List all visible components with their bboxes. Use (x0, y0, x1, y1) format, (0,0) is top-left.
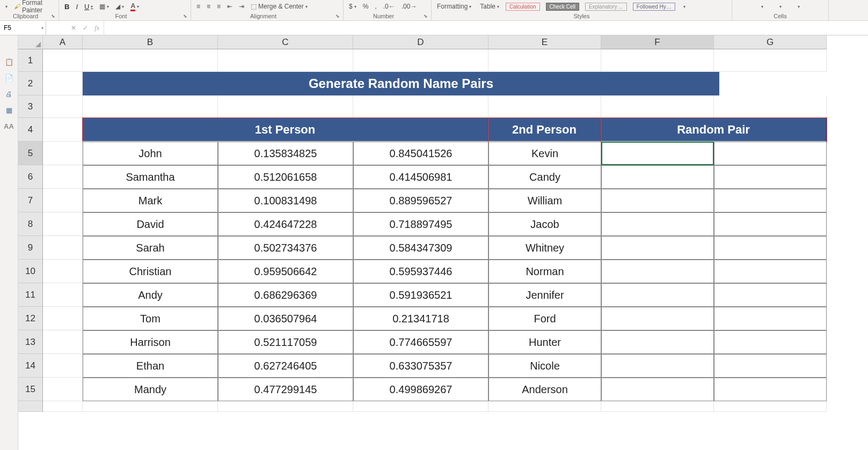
row-header-11[interactable]: 11 (18, 283, 43, 307)
row-header-14[interactable]: 14 (18, 354, 43, 378)
cell-A12[interactable] (43, 307, 83, 330)
cell-G7[interactable] (714, 189, 827, 212)
italic-button[interactable]: I (74, 1, 80, 12)
cell-G15[interactable] (714, 378, 827, 401)
cell-F15[interactable] (601, 378, 714, 401)
cell-F7[interactable] (601, 189, 714, 212)
cell-E16[interactable] (488, 401, 601, 412)
text-style-icon[interactable]: AA (4, 121, 14, 131)
cell-style-check[interactable]: Check Cell (546, 3, 579, 11)
name-box-dropdown-icon[interactable]: ▾ (41, 26, 43, 31)
row-header-10[interactable]: 10 (18, 260, 43, 283)
formula-input[interactable] (104, 21, 868, 35)
clipboard-icon[interactable]: 📋 (4, 57, 14, 67)
cell-A14[interactable] (43, 354, 83, 378)
col-header-C[interactable]: C (218, 35, 353, 49)
cell-C16[interactable] (218, 401, 353, 412)
title-merged-cell[interactable]: Generate Random Name Pairs (83, 72, 719, 95)
row-header-4[interactable]: 4 (18, 118, 43, 142)
number-dialog-launcher[interactable]: ⬊ (424, 12, 428, 20)
increase-decimal-button[interactable]: .0← (381, 1, 397, 12)
cell-F13[interactable] (601, 330, 714, 354)
border-button[interactable]: ▦▾ (97, 1, 111, 12)
cell-A3[interactable] (43, 95, 83, 118)
cell-E1[interactable] (488, 49, 601, 72)
col-header-F[interactable]: F (601, 35, 714, 49)
row-header-7[interactable]: 7 (18, 189, 43, 212)
cell-F5[interactable] (601, 142, 714, 165)
cell-D1[interactable] (353, 49, 488, 72)
format-painter-button[interactable]: 🖌 Format Painter (12, 1, 55, 12)
cell-A10[interactable] (43, 260, 83, 283)
col-header-D[interactable]: D (353, 35, 488, 49)
header-1st-person[interactable]: 1st Person (83, 118, 488, 142)
paste-text-icon[interactable]: 📄 (4, 73, 14, 83)
row-header-5[interactable]: 5 (18, 142, 43, 165)
cell-E12[interactable]: Ford (488, 307, 601, 330)
cell-B16[interactable] (83, 401, 218, 412)
cell-E8[interactable]: Jacob (488, 212, 601, 236)
cell-B3[interactable] (83, 95, 218, 118)
cell-G3[interactable] (714, 95, 827, 118)
paste-link-icon[interactable]: 🖨 (4, 89, 14, 99)
row-header-8[interactable]: 8 (18, 212, 43, 236)
cell-F11[interactable] (601, 283, 714, 307)
cell-D12[interactable]: 0.21341718 (353, 307, 488, 330)
cell-style-explanatory[interactable]: Explanatory ... (585, 3, 627, 11)
cell-G11[interactable] (714, 283, 827, 307)
align-left-button[interactable]: ≡ (194, 1, 202, 12)
clipboard-dialog-launcher[interactable]: ⬊ (51, 12, 55, 20)
cell-A2[interactable] (43, 72, 83, 95)
cell-C1[interactable] (218, 49, 353, 72)
cell-G8[interactable] (714, 212, 827, 236)
cell-F10[interactable] (601, 260, 714, 283)
font-dialog-launcher[interactable]: ⬊ (183, 12, 187, 20)
row-header-9[interactable]: 9 (18, 236, 43, 260)
underline-button[interactable]: U▾ (82, 1, 95, 12)
cell-F1[interactable] (601, 49, 714, 72)
cell-E15[interactable]: Anderson (488, 378, 601, 401)
cell-C3[interactable] (218, 95, 353, 118)
col-header-E[interactable]: E (488, 35, 601, 49)
cell-C9[interactable]: 0.502734376 (218, 236, 353, 260)
row-header-1[interactable]: 1 (18, 49, 43, 72)
cell-G16[interactable] (714, 401, 827, 412)
row-header-2[interactable]: 2 (18, 72, 43, 95)
cell-D6[interactable]: 0.414506981 (353, 165, 488, 189)
cell-C15[interactable]: 0.477299145 (218, 378, 353, 401)
header-random-pair[interactable]: Random Pair (601, 118, 827, 142)
col-header-B[interactable]: B (83, 35, 218, 49)
cell-B7[interactable]: Mark (83, 189, 218, 212)
row-header-15[interactable]: 15 (18, 378, 43, 401)
col-header-G[interactable]: G (714, 35, 827, 49)
cell-A4[interactable] (43, 118, 83, 142)
cell-G1[interactable] (714, 49, 827, 72)
cell-A1[interactable] (43, 49, 83, 72)
cell-B12[interactable]: Tom (83, 307, 218, 330)
fill-color-button[interactable]: ◢▾ (113, 1, 126, 12)
cell-D3[interactable] (353, 95, 488, 118)
cell-E11[interactable]: Jennifer (488, 283, 601, 307)
cell-A7[interactable] (43, 189, 83, 212)
row-header-16[interactable] (18, 401, 43, 412)
cell-D7[interactable]: 0.889596527 (353, 189, 488, 212)
delete-button[interactable]: ▾ (777, 1, 784, 12)
row-header-3[interactable]: 3 (18, 95, 43, 118)
cell-C14[interactable]: 0.627246405 (218, 354, 353, 378)
cell-D15[interactable]: 0.499869267 (353, 378, 488, 401)
col-header-A[interactable]: A (43, 35, 83, 49)
cell-D14[interactable]: 0.633075357 (353, 354, 488, 378)
cell-style-followed[interactable]: Followed Hy… (633, 3, 675, 11)
cell-C10[interactable]: 0.959506642 (218, 260, 353, 283)
cell-C11[interactable]: 0.686296369 (218, 283, 353, 307)
indent-increase-button[interactable]: ⇥ (237, 1, 246, 12)
cell-D10[interactable]: 0.595937446 (353, 260, 488, 283)
align-right-button[interactable]: ≡ (215, 1, 223, 12)
cell-A5[interactable] (43, 142, 83, 165)
format-as-table-button[interactable]: Table▾ (478, 1, 501, 12)
format-button[interactable]: ▾ (796, 1, 802, 12)
cell-E6[interactable]: Candy (488, 165, 601, 189)
cancel-icon[interactable]: ✕ (71, 24, 76, 32)
cell-C5[interactable]: 0.135834825 (218, 142, 353, 165)
cell-F16[interactable] (601, 401, 714, 412)
